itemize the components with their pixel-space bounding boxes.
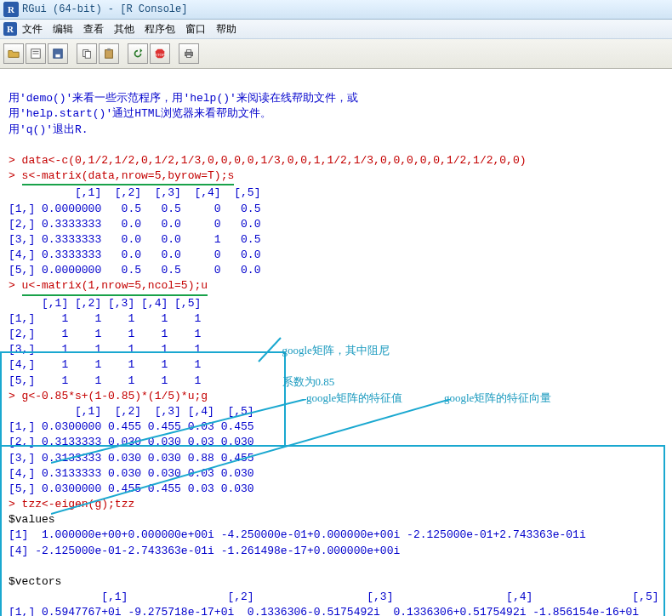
values-row: [4] -2.125000e-01-2.743363e-01i -1.26149… (9, 545, 400, 557)
u-row: [2,] 1 1 1 1 1 (9, 328, 201, 340)
svg-rect-4 (85, 51, 90, 58)
svg-rect-10 (186, 50, 191, 53)
intro-line-2: 用'help.start()'通过HTML浏览器来看帮助文件。 (9, 107, 271, 120)
cmd-s: s<-matrix(data,nrow=5,byrow=T);s (22, 168, 235, 185)
console[interactable]: 用'demo()'来看一些示范程序，用'help()'来阅读在线帮助文件，或 用… (0, 69, 672, 616)
u-row: [4,] 1 1 1 1 1 (9, 358, 201, 371)
u-header: [,1] [,2] [,3] [,4] [,5] (9, 297, 201, 310)
app-icon-small: R (3, 22, 17, 36)
tool-bar: STOP (0, 39, 672, 69)
app-icon: R (3, 2, 19, 17)
g-row: [4,] 0.3133333 0.030 0.030 0.03 0.030 (9, 467, 254, 480)
save-icon[interactable] (48, 43, 68, 64)
cmd-eig: tzz<-eigen(g);tzz (22, 498, 135, 510)
vec-row: [1,] 0.5947767+0i -9.275718e-17+0i 0.133… (9, 606, 639, 616)
menu-bar: R 文件 编辑 查看 其他 程序包 窗口 帮助 (0, 20, 672, 39)
values-row: [1] 1.000000e+00+0.000000e+00i -4.250000… (9, 528, 586, 541)
s-row: [3,] 0.3333333 0.0 0.0 1 0.5 (9, 233, 260, 246)
menu-view[interactable]: 查看 (83, 22, 104, 37)
g-row: [1,] 0.0300000 0.455 0.455 0.03 0.455 (9, 420, 254, 433)
g-row: [2,] 0.3133333 0.030 0.030 0.03 0.030 (9, 436, 254, 448)
s-row: [2,] 0.3333333 0.0 0.0 0 0.0 (9, 218, 260, 231)
window-title: RGui (64-bit) - [R Console] (22, 0, 187, 19)
u-row: [5,] 1 1 1 1 1 (9, 374, 201, 387)
prompt: > (9, 390, 22, 402)
prompt: > (9, 279, 22, 292)
s-row: [1,] 0.0000000 0.5 0.5 0 0.5 (9, 202, 260, 215)
prompt: > (9, 169, 22, 182)
intro-line-3: 用'q()'退出R. (9, 123, 88, 136)
copy-icon[interactable] (77, 43, 97, 64)
g-row: [3,] 0.3133333 0.030 0.030 0.88 0.455 (9, 452, 254, 465)
intro-line-1: 用'demo()'来看一些示范程序，用'help()'来阅读在线帮助文件，或 (9, 92, 358, 105)
stop-icon[interactable]: STOP (150, 43, 170, 64)
anno-eigval: google矩阵的特征值 (306, 391, 402, 406)
s-header: [,1] [,2] [,3] [,4] [,5] (9, 186, 260, 199)
g-header: [,1] [,2] [,3] [,4] [,5] (9, 405, 254, 418)
load-icon[interactable] (26, 43, 46, 64)
anno-g1: google矩阵，其中阻尼 (282, 344, 390, 356)
refresh-icon[interactable] (128, 43, 148, 64)
menu-file[interactable]: 文件 (22, 22, 43, 37)
menu-edit[interactable]: 编辑 (53, 22, 73, 37)
values-label: $values (9, 513, 55, 526)
prompt: > (9, 154, 22, 167)
svg-rect-6 (107, 48, 111, 51)
g-row: [5,] 0.0300000 0.455 0.455 0.03 0.030 (9, 482, 254, 495)
print-icon[interactable] (179, 43, 199, 64)
cmd-data: data<-c(0,1/2,1/2,0,1/2,1/3,0,0,0,0,1/3,… (22, 154, 527, 167)
vectors-label: $vectors (9, 575, 61, 588)
s-row: [5,] 0.0000000 0.5 0.5 0 0.0 (9, 264, 260, 277)
menu-window[interactable]: 窗口 (185, 22, 206, 37)
paste-icon[interactable] (99, 43, 119, 64)
anno-eigvec: google矩阵的特征向量 (444, 391, 551, 406)
svg-rect-11 (186, 55, 191, 58)
u-row: [1,] 1 1 1 1 1 (9, 312, 201, 325)
menu-misc[interactable]: 其他 (114, 22, 134, 37)
menu-help[interactable]: 帮助 (216, 22, 236, 37)
s-row: [4,] 0.3333333 0.0 0.0 0 0.0 (9, 248, 260, 261)
anno-google-matrix: google矩阵，其中阻尼 系数为0.85 (276, 328, 390, 390)
prompt: > (9, 498, 22, 510)
cmd-g: g<-0.85*s+(1-0.85)*(1/5)*u;g (22, 390, 208, 402)
title-bar: R RGui (64-bit) - [R Console] (0, 0, 672, 20)
svg-rect-5 (105, 50, 113, 59)
svg-rect-2 (55, 54, 60, 58)
menu-packages[interactable]: 程序包 (145, 22, 175, 37)
cmd-u: u<-matrix(1,nrow=5,ncol=5);u (22, 278, 208, 295)
vec-header: [,1] [,2] [,3] [,4] [,5] (9, 590, 659, 603)
anno-g2: 系数为0.85 (282, 375, 335, 388)
u-row: [3,] 1 1 1 1 1 (9, 343, 201, 356)
svg-text:STOP: STOP (155, 53, 165, 57)
open-icon[interactable] (3, 43, 24, 64)
